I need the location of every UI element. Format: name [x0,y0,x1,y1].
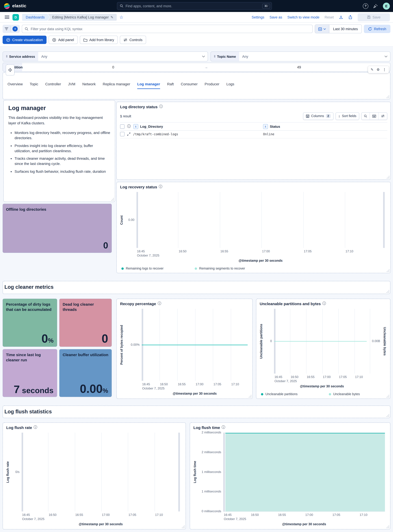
tab-jvm[interactable]: JVM [68,82,75,89]
help-icon[interactable]: ? [363,3,368,9]
create-visualization-button[interactable]: Create visualization [3,36,47,44]
add-from-library-button[interactable]: Add from library [80,36,118,44]
resize-handle[interactable] [386,95,389,98]
panel-uncleanable-partitions-bytes[interactable]: Uncleanable partitions and bytesⓘ 00.00B… [256,299,390,399]
info-icon[interactable]: ⓘ [159,104,163,109]
tab-topic[interactable]: Topic [30,82,38,89]
info-icon[interactable]: ⓘ [158,301,161,306]
resize-handle[interactable] [387,269,390,272]
partition-from-input[interactable]: 0 [22,63,204,71]
legend-item[interactable]: Remaining logs to recover [121,267,163,270]
refresh-button[interactable]: Refresh [364,25,390,33]
panel-tab-navigation[interactable]: OverviewTopicControllerJVMNetworkReplica… [3,72,390,99]
tile-cleaner-buffer-utilization[interactable]: Cleaner buffer utilization 0.00% [59,349,112,397]
tile-time-since-last-cleaner-run[interactable]: Time since last log cleaner run 7 second… [3,349,57,397]
resize-handle[interactable] [108,249,111,252]
panel-log-flush-rate[interactable]: Log flush rateⓘ 0/sLog flush rate16:45Oc… [3,423,186,529]
edit-panel-icon[interactable]: ✎ [371,68,373,72]
resize-handle[interactable] [249,395,252,398]
sort-fields-button[interactable]: ↕ Sort fields [336,112,359,120]
tab-log-manager[interactable]: Log manager [137,82,160,89]
panel-section-log-cleaner-metrics[interactable]: Log cleaner metrics [3,281,390,294]
partition-to-input[interactable]: 49 [208,63,390,71]
tab-producer[interactable]: Producer [205,82,219,89]
global-search-input[interactable]: Find apps, content, and more. ⌘/ [117,2,272,10]
favorite-star-icon[interactable]: ☆ [119,15,123,20]
resize-handle[interactable] [53,343,56,346]
resize-handle[interactable] [108,393,111,396]
column-header-status[interactable]: Status [270,124,280,128]
breadcrumb-current[interactable]: Editing [Metrics Kafka] Log manager ✎ [48,14,117,21]
control-topic-name[interactable]: ‖Topic Name Any [211,51,390,61]
tab-consumer[interactable]: Consumer [181,82,197,89]
keyboard-icon[interactable] [370,113,378,119]
resize-handle[interactable] [386,525,389,528]
space-avatar[interactable]: D [12,14,19,20]
panel-log-flush-time[interactable]: Log flush timeⓘ 2 milliseconds2 millisec… [190,423,390,529]
info-icon[interactable]: ⓘ [221,425,225,430]
filter-icon[interactable] [5,27,8,30]
column-header-log-directory[interactable]: Log_Directory [140,124,163,128]
tab-raft[interactable]: Raft [167,82,174,89]
control-service-address[interactable]: ‖Service address Any [3,51,208,61]
tab-overview[interactable]: Overview [8,82,23,89]
time-range-value[interactable]: Last 30 minutes [329,25,362,33]
panel-log-directory-status[interactable]: Log directory statusⓘ 1 result Columns 2… [116,102,391,180]
panel-log-manager-text[interactable]: Log manager This dashboard provides visi… [3,100,115,202]
drag-grip-icon[interactable]: ‖ [6,55,7,58]
tab-controller[interactable]: Controller [45,82,61,89]
resize-handle[interactable] [386,414,389,417]
panel-section-log-flush-statistics[interactable]: Log flush statistics [3,406,390,418]
elastic-logo[interactable]: elastic [4,3,26,9]
legend-item[interactable]: Uncleanable bytes [329,392,360,396]
tab-replica-manager[interactable]: Replica manager [103,82,130,89]
share-icon[interactable] [348,15,353,19]
display-options-icon[interactable] [378,113,387,119]
reset-link[interactable]: Reset [324,15,334,19]
control-value[interactable]: Any [239,52,384,61]
download-icon[interactable] [339,15,343,19]
resize-handle[interactable] [111,198,114,201]
save-as-link[interactable]: Save as [270,15,282,19]
edit-title-icon[interactable]: ✎ [111,15,113,19]
resize-handle[interactable] [386,290,389,293]
drag-handle-overlay[interactable] [6,65,15,75]
tile-dirty-logs-percentage[interactable]: Percentage of dirty logs that can be acc… [3,299,57,347]
kql-query-input[interactable]: Filter your data using KQL syntax [22,25,313,33]
tile-dead-log-cleaner-threads[interactable]: Dead log cleaner threads 0 [59,299,112,347]
chevron-down-icon[interactable] [202,52,208,61]
legend-item[interactable]: Remaining segments to recover [195,267,245,270]
expand-row-icon[interactable] [127,132,130,136]
info-icon[interactable]: ⓘ [34,425,37,430]
resize-handle[interactable] [108,343,111,346]
add-panel-button[interactable]: Add panel [49,36,78,44]
info-icon[interactable]: ⓘ [159,184,162,189]
resize-handle[interactable] [182,525,185,528]
control-partition-range[interactable]: ‖partition 0 → 49 [3,63,390,72]
panel-recopy-percentage[interactable]: Recopy percentageⓘ 0.00%Percent of bytes… [116,299,253,399]
control-value[interactable]: Any [38,52,202,61]
settings-link[interactable]: Settings [252,15,264,19]
breadcrumb-dashboards[interactable]: Dashboards [22,14,50,21]
switch-view-mode-link[interactable]: Switch to view mode [287,15,319,19]
search-icon[interactable] [362,113,370,119]
resize-handle[interactable] [386,395,389,398]
resize-handle[interactable] [53,393,56,396]
panel-log-recovery-status[interactable]: Log recovery statusⓘ 0.00Count16:45Octob… [116,182,391,273]
tab-logs[interactable]: Logs [226,82,234,89]
more-options-icon[interactable]: ⋮ [383,68,386,72]
columns-button[interactable]: Columns 2 [303,112,333,120]
tile-offline-log-directories[interactable]: Offline log directories 0 [3,204,112,253]
row-checkbox[interactable] [120,132,124,136]
save-button[interactable]: Save [358,13,390,21]
add-filter-icon[interactable]: + [13,26,18,31]
table-row[interactable]: /tmp/kraft-combined-logs Online [120,130,387,138]
chevron-down-icon[interactable] [384,52,390,61]
news-feed-icon[interactable] [373,3,378,9]
info-icon[interactable]: ⓘ [322,301,326,306]
user-avatar[interactable]: E [383,2,390,10]
calendar-dropdown[interactable] [315,25,329,33]
resize-handle[interactable] [387,176,390,179]
menu-icon[interactable] [5,15,9,19]
drag-grip-icon[interactable]: ‖ [214,55,215,58]
